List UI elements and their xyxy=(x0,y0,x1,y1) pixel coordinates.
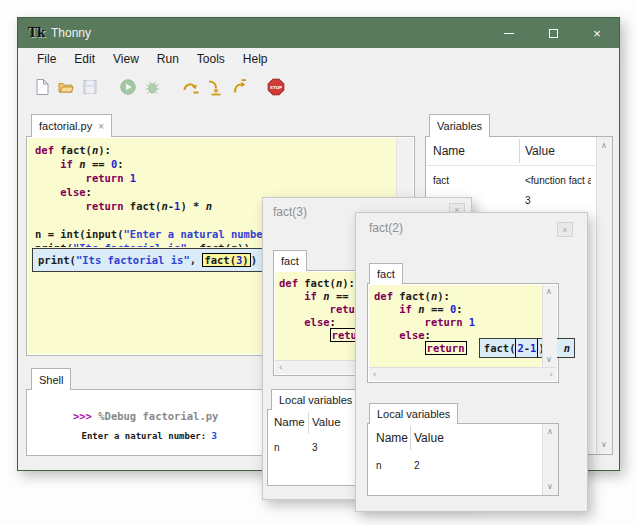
app-icon: Tk xyxy=(28,25,44,41)
variables-col-name[interactable]: Name xyxy=(433,144,465,158)
debug-script-button[interactable] xyxy=(140,75,164,99)
close-icon: × xyxy=(593,27,601,40)
variables-scrollbar[interactable]: ∧ ∨ xyxy=(596,137,612,454)
save-file-button[interactable] xyxy=(78,75,102,99)
focused-statement: print("Its factorial is", fact(3)) xyxy=(38,253,257,267)
fact3-tab-label: fact xyxy=(281,255,299,267)
menu-edit[interactable]: Edit xyxy=(65,49,104,69)
fact2-locals-label: Local variables xyxy=(377,408,450,420)
menu-bar: File Edit View Run Tools Help xyxy=(18,48,619,70)
titlebar[interactable]: Tk Thonny × xyxy=(18,18,619,48)
stop-sign-icon: STOP xyxy=(267,78,285,96)
column-divider[interactable] xyxy=(308,412,309,434)
menu-view[interactable]: View xyxy=(104,49,148,69)
scroll-left-icon[interactable]: ‹ xyxy=(279,364,282,372)
shell-output-line: Enter a natural number: 3 xyxy=(49,421,217,451)
minimize-icon xyxy=(504,33,514,34)
shell-tab-label: Shell xyxy=(39,374,63,386)
step-out-button[interactable] xyxy=(226,75,250,99)
scroll-down-icon[interactable]: ∨ xyxy=(547,483,553,491)
locals-col-value[interactable]: Value xyxy=(312,416,341,428)
maximize-button[interactable] xyxy=(531,18,575,48)
fact2-close-button[interactable]: × xyxy=(557,222,573,237)
fact3-window-title: fact(3) xyxy=(273,205,307,219)
local-variable-name[interactable]: n xyxy=(376,460,382,471)
fact2-tab-fact[interactable]: fact xyxy=(369,263,403,284)
fact2-code-frame: def fact(n): if n == 0: return 1 else: r… xyxy=(367,283,559,383)
step-over-icon xyxy=(181,78,200,96)
fact3-locals-tab[interactable]: Local variables xyxy=(271,389,360,410)
header-divider xyxy=(426,165,596,166)
fact2-window-title: fact(2) xyxy=(369,221,403,235)
run-script-button[interactable] xyxy=(116,75,140,99)
code-line: def fact(n): xyxy=(35,143,396,157)
local-variable-name[interactable]: n xyxy=(274,442,280,453)
menu-file[interactable]: File xyxy=(28,49,65,69)
fact2-vertical-scrollbar[interactable]: ∧ ∨ xyxy=(542,285,557,367)
variables-tab-label: Variables xyxy=(437,120,482,132)
locals-col-name[interactable]: Name xyxy=(376,431,408,445)
code-line: if n == 0: xyxy=(35,157,396,171)
save-disk-icon xyxy=(81,78,99,96)
window-title: Thonny xyxy=(51,26,91,40)
new-file-icon xyxy=(33,78,51,96)
close-icon: × xyxy=(562,225,567,235)
scroll-down-icon[interactable]: ∨ xyxy=(546,356,552,364)
stop-button[interactable]: STOP xyxy=(264,75,288,99)
locals-col-value[interactable]: Value xyxy=(414,431,444,445)
variable-value[interactable]: 3 xyxy=(525,195,531,206)
scroll-right-icon[interactable]: › xyxy=(550,371,553,379)
step-over-button[interactable] xyxy=(178,75,202,99)
toolbar: STOP xyxy=(18,70,619,104)
scroll-up-icon[interactable]: ∧ xyxy=(547,428,553,436)
menu-help[interactable]: Help xyxy=(234,49,277,69)
debug-bug-icon xyxy=(143,78,161,96)
fact3-locals-label: Local variables xyxy=(279,394,352,406)
close-button[interactable]: × xyxy=(575,18,619,48)
editor-tab-label: factorial.py xyxy=(39,120,92,132)
scroll-down-icon[interactable]: ∨ xyxy=(601,441,607,449)
fact2-window: fact(2) × fact def fact(n): if n == 0: r… xyxy=(355,212,588,512)
variable-value[interactable]: <function fact a xyxy=(525,175,591,186)
step-into-button[interactable] xyxy=(202,75,226,99)
fact2-tab-label: fact xyxy=(377,268,395,280)
scroll-left-icon[interactable]: ‹ xyxy=(373,371,376,379)
open-file-button[interactable] xyxy=(54,75,78,99)
step-out-icon xyxy=(229,78,247,96)
code-line: return 1 xyxy=(374,316,542,329)
run-play-icon xyxy=(119,78,137,96)
scroll-up-icon[interactable]: ∧ xyxy=(546,288,552,296)
maximize-icon xyxy=(549,29,558,38)
scroll-up-icon[interactable]: ∧ xyxy=(601,142,607,150)
tab-variables[interactable]: Variables xyxy=(429,114,490,137)
column-divider[interactable] xyxy=(519,139,520,163)
code-line-with-eval-box: return fact(2-1) * n xyxy=(374,342,542,355)
variables-col-value[interactable]: Value xyxy=(525,144,555,158)
variable-name[interactable]: fact xyxy=(433,175,449,186)
step-into-icon xyxy=(205,78,223,96)
shell-input-echo: 3 xyxy=(212,431,217,441)
fact2-code-area[interactable]: def fact(n): if n == 0: return 1 else: r… xyxy=(369,285,542,367)
shell-output: Enter a natural number: xyxy=(82,431,212,441)
local-variable-value[interactable]: 3 xyxy=(312,442,318,453)
local-variable-value[interactable]: 2 xyxy=(414,460,420,471)
tab-shell[interactable]: Shell xyxy=(31,368,71,390)
new-file-button[interactable] xyxy=(30,75,54,99)
fact3-tab-fact[interactable]: fact xyxy=(273,250,307,271)
menu-tools[interactable]: Tools xyxy=(188,49,234,69)
code-line: def fact(n): xyxy=(374,290,542,303)
tab-factorial-py[interactable]: factorial.py × xyxy=(31,114,112,137)
column-divider[interactable] xyxy=(410,426,411,450)
fact2-locals-frame: Name Value n 2 ∧ ∨ xyxy=(367,423,559,496)
fact2-horizontal-scrollbar[interactable]: ‹ › xyxy=(369,367,557,381)
open-folder-icon xyxy=(57,78,75,96)
editor-tab-close-icon[interactable]: × xyxy=(98,121,104,132)
menu-run[interactable]: Run xyxy=(148,49,188,69)
locals-col-name[interactable]: Name xyxy=(274,416,305,428)
fact2-locals-tab[interactable]: Local variables xyxy=(369,403,458,424)
current-statement-box: print("Its factorial is", fact(3)) xyxy=(32,248,263,272)
svg-text:STOP: STOP xyxy=(270,85,282,90)
minimize-button[interactable] xyxy=(487,18,531,48)
fact2-locals-scrollbar[interactable]: ∧ ∨ xyxy=(542,424,558,495)
code-line: if n == 0: xyxy=(374,303,542,316)
